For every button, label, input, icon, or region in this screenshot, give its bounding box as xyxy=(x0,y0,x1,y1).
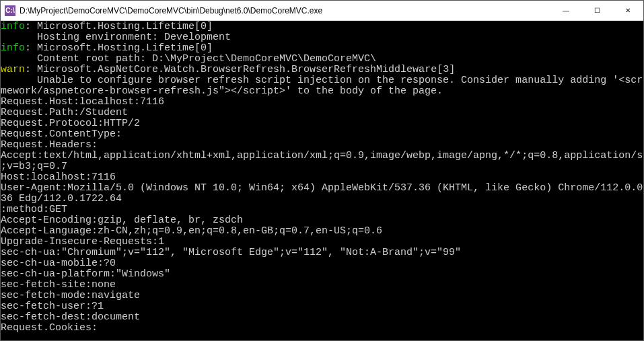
log-line: Request.Cookies: xyxy=(1,322,98,334)
close-button[interactable]: ✕ xyxy=(612,1,643,20)
log-line: User-Agent:Mozilla/5.0 (Windows NT 10.0;… xyxy=(1,182,643,194)
log-line: Request.Host:localhost:7116 xyxy=(1,96,164,108)
log-line: Hosting environment: Development xyxy=(1,32,231,43)
log-line: Accept-Language:zh-CN,zh;q=0.9,en;q=0.8,… xyxy=(1,225,382,237)
log-line: mework/aspnetcore-browser-refresh.js"></… xyxy=(1,85,443,97)
log-sep: : xyxy=(25,64,37,75)
log-line: sec-ch-ua:"Chromium";v="112", "Microsoft… xyxy=(1,247,461,258)
log-line: Accept:text/html,application/xhtml+xml,a… xyxy=(1,150,643,161)
log-line: Content root path: D:\MyProject\DemoCore… xyxy=(1,53,376,65)
log-line: :method:GET xyxy=(1,204,67,215)
window-controls: — ☐ ✕ xyxy=(550,1,643,20)
log-line: sec-fetch-site:none xyxy=(1,279,116,291)
log-line: Unable to configure browser refresh scri… xyxy=(1,75,643,86)
log-line: Request.Protocol:HTTP/2 xyxy=(1,118,140,129)
log-line: 36 Edg/112.0.1722.64 xyxy=(1,193,122,204)
log-level-info: info xyxy=(1,42,25,54)
window-title: D:\MyProject\DemoCoreMVC\DemoCoreMVC\bin… xyxy=(20,6,550,15)
log-line: Microsoft.AspNetCore.Watch.BrowserRefres… xyxy=(37,64,455,75)
minimize-button[interactable]: — xyxy=(550,1,581,20)
log-sep: : xyxy=(25,21,37,32)
titlebar[interactable]: C:\ D:\MyProject\DemoCoreMVC\DemoCoreMVC… xyxy=(1,1,643,21)
console-window: C:\ D:\MyProject\DemoCoreMVC\DemoCoreMVC… xyxy=(0,0,644,341)
log-line: Microsoft.Hosting.Lifetime[0] xyxy=(37,21,213,32)
console-output[interactable]: info: Microsoft.Hosting.Lifetime[0] Host… xyxy=(1,21,643,340)
log-line: Request.ContentType: xyxy=(1,128,122,140)
log-level-info: info xyxy=(1,21,25,32)
log-line: Request.Headers: xyxy=(1,139,98,151)
log-line: ;v=b3;q=0.7 xyxy=(1,161,67,172)
log-line: sec-fetch-mode:navigate xyxy=(1,290,140,301)
log-line: Microsoft.Hosting.Lifetime[0] xyxy=(37,42,213,54)
log-line: Accept-Encoding:gzip, deflate, br, zsdch xyxy=(1,215,243,226)
log-line: sec-fetch-dest:document xyxy=(1,311,140,323)
log-line: sec-ch-ua-mobile:?0 xyxy=(1,258,116,269)
log-line: sec-fetch-user:?1 xyxy=(1,301,104,312)
log-sep: : xyxy=(25,42,37,54)
log-line: Host:localhost:7116 xyxy=(1,172,116,183)
log-line: Upgrade-Insecure-Requests:1 xyxy=(1,236,164,248)
log-line: sec-ch-ua-platform:"Windows" xyxy=(1,268,170,280)
log-line: Request.Path:/Student xyxy=(1,107,128,118)
maximize-button[interactable]: ☐ xyxy=(581,1,612,20)
app-icon: C:\ xyxy=(5,5,15,16)
log-level-warn: warn xyxy=(1,64,25,75)
